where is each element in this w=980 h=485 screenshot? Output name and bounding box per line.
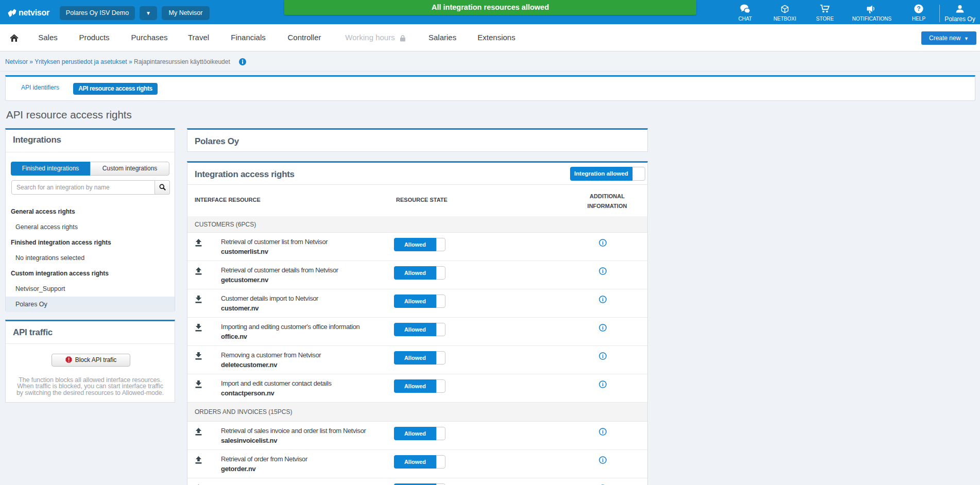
svg-text:i: i	[602, 429, 604, 435]
svg-text:?: ?	[917, 5, 920, 12]
svg-text:i: i	[602, 268, 604, 274]
svg-text:i: i	[602, 240, 604, 246]
svg-text:i: i	[602, 297, 604, 302]
svg-text:i: i	[602, 457, 604, 463]
svg-text:i: i	[602, 353, 604, 359]
svg-text:i: i	[602, 382, 604, 387]
svg-text:i: i	[602, 325, 604, 331]
